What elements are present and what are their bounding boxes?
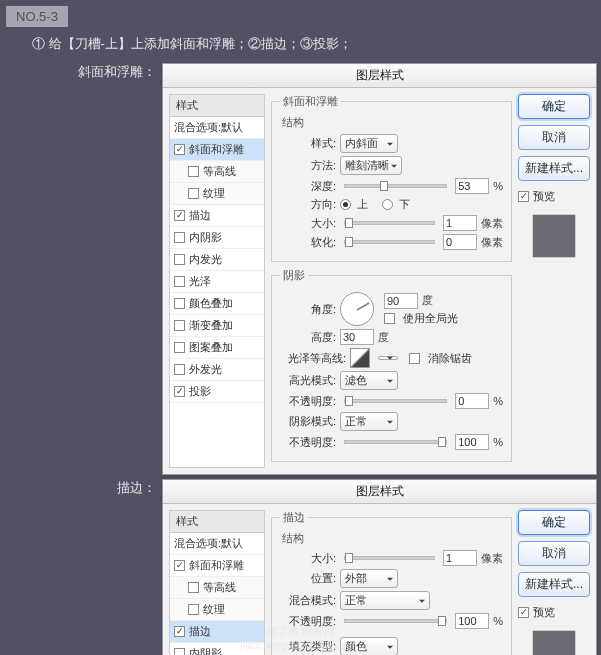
style-drop-shadow[interactable]: 投影: [170, 381, 264, 403]
depth-input[interactable]: 53: [455, 178, 489, 194]
fill-type-label: 填充类型:: [280, 639, 336, 654]
method-select[interactable]: 雕刻清晰: [340, 156, 402, 175]
angle-label: 角度:: [280, 302, 336, 317]
altitude-unit: 度: [378, 330, 389, 345]
stroke-position-select[interactable]: 外部: [340, 569, 398, 588]
style-stroke[interactable]: 描边: [170, 621, 264, 643]
check-icon[interactable]: [174, 210, 185, 221]
stroke-position-label: 位置:: [280, 571, 336, 586]
shadow-opacity-input[interactable]: 100: [455, 434, 489, 450]
stroke-opacity-slider[interactable]: [344, 619, 447, 623]
styles-list: 样式 混合选项:默认 斜面和浮雕 等高线 纹理 描边 内阴影 内发光 光泽: [169, 510, 265, 655]
check-icon[interactable]: [174, 298, 185, 309]
cancel-button[interactable]: 取消: [518, 541, 590, 566]
check-icon[interactable]: [174, 386, 185, 397]
size-unit: 像素: [481, 216, 503, 231]
blend-options-default[interactable]: 混合选项:默认: [170, 117, 264, 139]
styles-list: 样式 混合选项:默认 斜面和浮雕 等高线 纹理 描边 内阴影 内发光 光泽 颜色…: [169, 94, 265, 468]
check-icon[interactable]: [174, 342, 185, 353]
check-icon[interactable]: [188, 604, 199, 615]
direction-label: 方向:: [280, 197, 336, 212]
section-label-bevel: 斜面和浮雕：: [0, 63, 162, 81]
ok-button[interactable]: 确定: [518, 94, 590, 119]
check-icon[interactable]: [174, 144, 185, 155]
ok-button[interactable]: 确定: [518, 510, 590, 535]
style-gradient-overlay[interactable]: 渐变叠加: [170, 315, 264, 337]
check-icon[interactable]: [174, 364, 185, 375]
shadow-mode-select[interactable]: 正常: [340, 412, 398, 431]
stroke-opacity-input[interactable]: 100: [455, 613, 489, 629]
blend-options-default[interactable]: 混合选项:默认: [170, 533, 264, 555]
style-texture[interactable]: 纹理: [170, 183, 264, 205]
shading-legend: 阴影: [280, 268, 308, 283]
size-input[interactable]: 1: [443, 215, 477, 231]
style-bevel-emboss[interactable]: 斜面和浮雕: [170, 139, 264, 161]
check-icon[interactable]: [174, 320, 185, 331]
highlight-opacity-label: 不透明度:: [280, 394, 336, 409]
style-contour[interactable]: 等高线: [170, 161, 264, 183]
check-icon[interactable]: [174, 232, 185, 243]
structure-label: 结构: [282, 531, 503, 546]
style-contour[interactable]: 等高线: [170, 577, 264, 599]
style-satin[interactable]: 光泽: [170, 271, 264, 293]
stroke-size-slider[interactable]: [344, 556, 435, 560]
check-icon[interactable]: [174, 276, 185, 287]
style-stroke[interactable]: 描边: [170, 205, 264, 227]
size-slider[interactable]: [344, 221, 435, 225]
gloss-contour[interactable]: [350, 348, 370, 368]
style-select[interactable]: 内斜面: [340, 134, 398, 153]
structure-label: 结构: [282, 115, 503, 130]
shadow-opacity-slider[interactable]: [344, 440, 447, 444]
preview-label: 预览: [533, 605, 555, 620]
dir-down-label: 下: [399, 197, 410, 212]
check-icon[interactable]: [174, 560, 185, 571]
check-icon[interactable]: [188, 188, 199, 199]
stroke-size-input[interactable]: 1: [443, 550, 477, 566]
angle-unit: 度: [422, 293, 433, 308]
style-bevel-emboss[interactable]: 斜面和浮雕: [170, 555, 264, 577]
angle-input[interactable]: 90: [384, 293, 418, 309]
new-style-button[interactable]: 新建样式...: [518, 572, 590, 597]
gloss-dropdown[interactable]: [378, 356, 398, 360]
antialias-label: 消除锯齿: [428, 351, 472, 366]
cancel-button[interactable]: 取消: [518, 125, 590, 150]
style-inner-shadow[interactable]: 内阴影: [170, 643, 264, 655]
style-inner-shadow[interactable]: 内阴影: [170, 227, 264, 249]
style-label: 样式:: [280, 136, 336, 151]
soften-slider[interactable]: [344, 240, 435, 244]
check-icon[interactable]: [174, 648, 185, 655]
angle-dial[interactable]: [340, 292, 374, 326]
dir-down-radio[interactable]: [382, 199, 393, 210]
style-texture[interactable]: 纹理: [170, 599, 264, 621]
stroke-legend: 描边: [280, 510, 308, 525]
global-light-check[interactable]: [384, 313, 395, 324]
check-icon[interactable]: [174, 626, 185, 637]
style-outer-glow[interactable]: 外发光: [170, 359, 264, 381]
preview-check[interactable]: [518, 191, 529, 202]
check-icon[interactable]: [174, 254, 185, 265]
new-style-button[interactable]: 新建样式...: [518, 156, 590, 181]
preview-swatch: [532, 630, 576, 655]
style-color-overlay[interactable]: 颜色叠加: [170, 293, 264, 315]
instructions-text: ① 给【刀槽-上】上添加斜面和浮雕；②描边；③投影；: [0, 27, 601, 59]
style-inner-glow[interactable]: 内发光: [170, 249, 264, 271]
soften-input[interactable]: 0: [443, 234, 477, 250]
fill-type-select[interactable]: 颜色: [340, 637, 398, 655]
check-icon[interactable]: [188, 582, 199, 593]
shading-group: 阴影 角度: 90 度 使用全局光 高度:: [271, 268, 512, 462]
dir-up-radio[interactable]: [340, 199, 351, 210]
layer-style-dialog-stroke: 图层样式 样式 混合选项:默认 斜面和浮雕 等高线 纹理 描边 内阴影 内发光 …: [162, 479, 597, 655]
depth-slider[interactable]: [344, 184, 447, 188]
altitude-input[interactable]: 30: [340, 329, 374, 345]
highlight-opacity-input[interactable]: 0: [455, 393, 489, 409]
highlight-mode-label: 高光模式:: [280, 373, 336, 388]
dialog-title: 图层样式: [163, 480, 596, 504]
style-pattern-overlay[interactable]: 图案叠加: [170, 337, 264, 359]
check-icon[interactable]: [188, 166, 199, 177]
antialias-check[interactable]: [409, 353, 420, 364]
soften-label: 软化:: [280, 235, 336, 250]
highlight-mode-select[interactable]: 滤色: [340, 371, 398, 390]
stroke-blend-select[interactable]: 正常: [340, 591, 430, 610]
preview-check[interactable]: [518, 607, 529, 618]
highlight-opacity-slider[interactable]: [344, 399, 447, 403]
